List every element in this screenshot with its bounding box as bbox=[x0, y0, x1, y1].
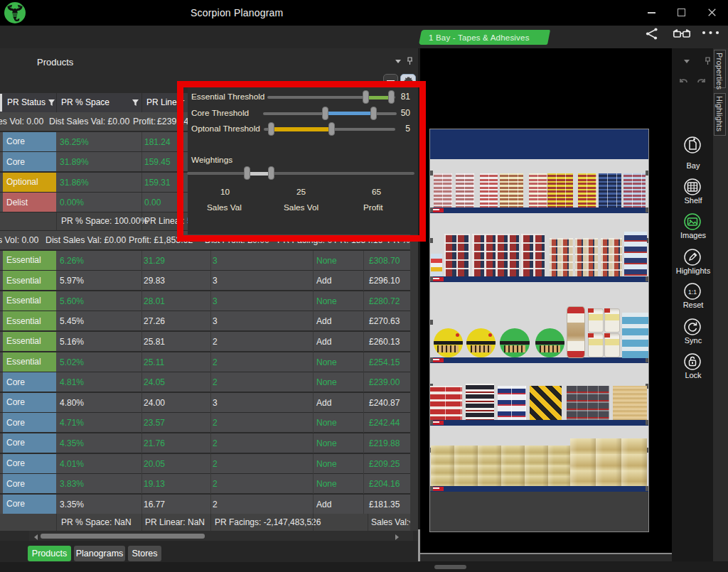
svg-text:1:1: 1:1 bbox=[688, 288, 697, 296]
